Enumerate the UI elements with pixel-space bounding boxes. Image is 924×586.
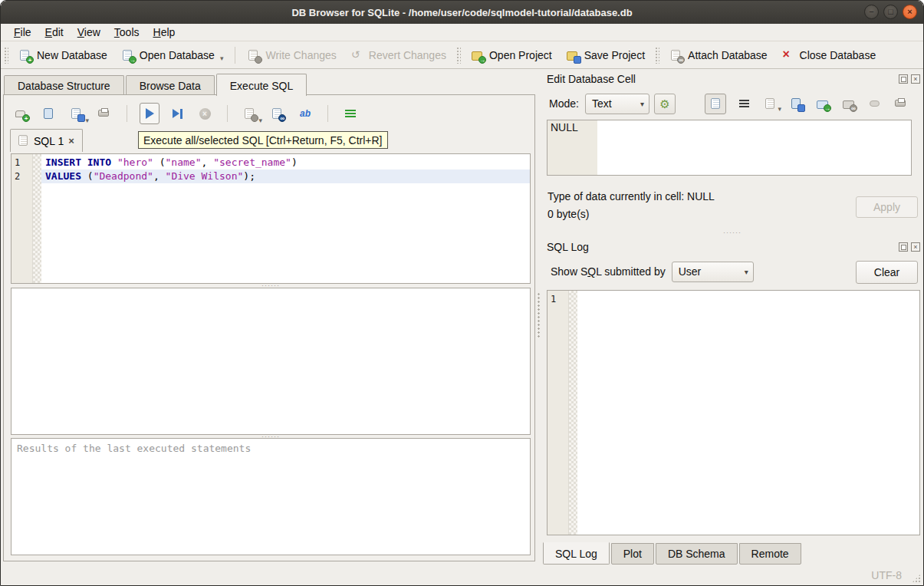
float-dock-icon[interactable]	[899, 74, 908, 84]
sql-tab-close-icon[interactable]: ×	[68, 135, 74, 146]
results-message-pane[interactable]: Results of the last executed statements	[11, 438, 531, 555]
cell-value-editor[interactable]: NULL	[547, 120, 912, 176]
resize-grip[interactable]	[912, 574, 921, 583]
open-project-button[interactable]: → Open Project	[464, 45, 559, 66]
revert-changes-button: ↺ Revert Changes	[344, 45, 453, 66]
mode-select[interactable]: Text ▾	[585, 94, 649, 114]
menu-help[interactable]: Help	[146, 24, 182, 41]
save-cell-button: ▾	[763, 96, 778, 111]
new-database-button[interactable]: + New Database	[12, 45, 114, 66]
results-grid[interactable]	[11, 288, 531, 435]
dock-tab-db-schema[interactable]: DB Schema	[656, 543, 738, 565]
menu-tools[interactable]: Tools	[107, 24, 146, 41]
toolbar-drag-handle[interactable]	[655, 47, 659, 64]
results-placeholder: Results of the last executed statements	[17, 443, 251, 454]
replace-icon: ab	[300, 108, 311, 119]
main-tab-bar: Database Structure Browse Data Execute S…	[4, 74, 308, 96]
toolbar-drag-handle[interactable]	[4, 47, 8, 64]
submitted-by-select[interactable]: User ▾	[672, 262, 754, 282]
minimize-button[interactable]: −	[864, 5, 879, 19]
tab-execute-sql[interactable]: Execute SQL	[216, 74, 307, 96]
dock-splitter-handle[interactable]: ······	[540, 230, 924, 235]
save-sql-dropdown-icon[interactable]: ▾	[85, 117, 89, 124]
gear-icon: ⚙	[659, 98, 669, 110]
execute-current-line-button[interactable]	[167, 103, 187, 124]
window-controls: − □ ×	[864, 5, 917, 19]
print-sql-button[interactable]	[94, 103, 114, 124]
attach-database-button[interactable]: ∞ Attach Database	[663, 45, 774, 66]
replace-button[interactable]: ab	[295, 103, 315, 124]
save-sql-file-button[interactable]: ▾	[67, 103, 87, 124]
open-sql-file-button[interactable]	[39, 103, 59, 124]
find-button[interactable]: ∞	[268, 103, 288, 124]
toolbar-drag-handle[interactable]	[456, 47, 461, 64]
format-sql-button[interactable]	[340, 103, 360, 124]
export-data-button[interactable]: →	[815, 96, 830, 111]
print-cell-button[interactable]	[893, 96, 909, 111]
print-icon	[894, 97, 908, 110]
print-icon	[97, 107, 111, 120]
open-project-icon: →	[471, 49, 485, 62]
mode-label: Mode:	[549, 97, 579, 110]
mode-value: Text	[592, 97, 612, 110]
sql-log-view[interactable]: 1	[547, 290, 920, 535]
close-dock-icon[interactable]: ×	[911, 242, 920, 252]
word-wrap-button[interactable]	[737, 96, 752, 111]
menu-view[interactable]: View	[71, 24, 107, 41]
code-lines[interactable]: INSERT INTO "hero" ("name", "secret_name…	[41, 154, 530, 283]
save-project-icon	[566, 49, 580, 62]
dock-tab-bar: SQL Log Plot DB Schema Remote	[543, 543, 803, 565]
menu-edit[interactable]: Edit	[38, 24, 71, 41]
export-file-icon: →	[816, 97, 830, 110]
sql-code-editor[interactable]: 12 INSERT INTO "hero" ("name", "secret_n…	[11, 153, 531, 284]
cell-value: NULL	[551, 121, 578, 133]
close-button[interactable]: ×	[903, 5, 917, 19]
open-in-app-button[interactable]: ∞	[841, 96, 857, 111]
code-gutter: 12	[12, 154, 33, 283]
tab-database-structure[interactable]: Database Structure	[4, 75, 124, 96]
close-icon: ×	[907, 8, 912, 16]
write-changes-button: Write Changes	[240, 45, 343, 66]
import-data-button[interactable]	[789, 96, 804, 111]
set-null-icon	[870, 100, 880, 107]
close-database-button[interactable]: × Close Database	[774, 45, 883, 66]
apply-button: Apply	[856, 196, 918, 218]
dock-tab-remote[interactable]: Remote	[739, 543, 801, 565]
new-sql-tab-button[interactable]: +	[12, 103, 31, 124]
close-dock-icon[interactable]: ×	[911, 74, 920, 84]
new-database-icon: +	[18, 49, 32, 62]
sql-toolbar: + ▾ ×	[12, 100, 360, 127]
clear-log-button[interactable]: Clear	[856, 261, 918, 284]
log-line-number: 1	[547, 292, 568, 306]
open-sql-file-icon	[42, 107, 56, 120]
attach-database-icon: ∞	[669, 49, 683, 62]
word-wrap-icon	[739, 100, 749, 108]
window-title: DB Browser for SQLite - /home/user/code/…	[291, 7, 632, 18]
save-project-button[interactable]: Save Project	[559, 45, 652, 66]
maximize-icon: □	[888, 8, 893, 16]
sql-document-icon	[18, 134, 29, 147]
main-area: Database Structure Browse Data Execute S…	[1, 69, 540, 585]
auto-apply-button[interactable]: ⚙	[654, 94, 676, 114]
open-database-button[interactable]: → Open Database ▾	[114, 45, 231, 66]
app-window: DB Browser for SQLite - /home/user/code/…	[0, 0, 924, 586]
menu-file[interactable]: File	[7, 24, 38, 41]
sql-toolbar-separator	[127, 105, 127, 122]
sql-toolbar-separator	[227, 105, 228, 122]
sql-tab-label: SQL 1	[34, 135, 64, 147]
sql-file-tab[interactable]: SQL 1 ×	[10, 129, 83, 152]
fold-margin	[569, 291, 577, 535]
titlebar[interactable]: DB Browser for SQLite - /home/user/code/…	[1, 1, 923, 24]
dock-tab-sql-log[interactable]: SQL Log	[543, 542, 610, 565]
minimize-icon: −	[869, 8, 873, 16]
float-dock-icon[interactable]	[899, 242, 908, 252]
text-mode-button[interactable]	[705, 94, 726, 114]
open-database-dropdown-icon[interactable]: ▾	[220, 54, 224, 62]
dock-tab-plot[interactable]: Plot	[611, 543, 654, 565]
tab-browse-data[interactable]: Browse Data	[126, 75, 215, 96]
maximize-button[interactable]: □	[883, 5, 898, 19]
open-database-icon: →	[121, 49, 135, 62]
write-changes-icon	[247, 49, 261, 62]
sql-log-title: SQL Log	[547, 241, 896, 253]
execute-all-button[interactable]	[140, 103, 159, 124]
